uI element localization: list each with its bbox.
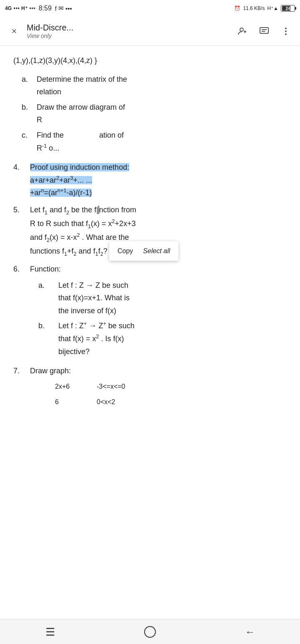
facebook-icon: f	[55, 5, 57, 12]
signal-bars-icon: ⦁⦁⦁	[13, 5, 20, 12]
battery-box: 24	[281, 5, 295, 12]
signal-bars2-icon: ⦁⦁⦁	[29, 5, 35, 12]
piecewise-row-2: 6 0<x<2	[55, 396, 125, 408]
status-right: ⏰ 11.6 KB/s H⁺▲ 24	[234, 5, 295, 12]
sub-label-b: b.	[22, 101, 32, 126]
select-all-menu-item[interactable]: Select all	[143, 245, 170, 257]
message-icon: ✉	[58, 5, 64, 12]
document-content: (1,y),(1,z)(3,y)(4,x),(4,z) } a. Determi…	[0, 46, 300, 432]
menu-nav-button[interactable]: ☰	[33, 621, 67, 642]
add-person-button[interactable]	[235, 24, 250, 39]
list-num-6: 6.	[13, 263, 25, 360]
list-text-4: Proof using induction method:a+ar+ar2+ar…	[30, 161, 129, 199]
function-sub-b: b. Let f : Z+ → Z+ be such that f(x) = x…	[38, 319, 135, 358]
function-sub-label-a: a.	[38, 279, 53, 317]
home-circle-icon	[144, 626, 156, 638]
list-num-5: 5.	[13, 204, 25, 259]
app-title-section: Mid-Discre... View only	[27, 23, 230, 39]
speed-display: 11.6 KB/s	[243, 5, 265, 11]
sub-label-c: c.	[22, 129, 32, 154]
sub-text-c: Find the ation ofR-1 o...	[37, 129, 124, 154]
piecewise-cond-1: -3<=x<=0	[97, 381, 125, 392]
function-sub-list: a. Let f : Z → Z be such that f(x)=x+1. …	[38, 279, 135, 358]
sub-list-abc: a. Determine the matrix of therelation b…	[22, 73, 287, 155]
dots-icon: •••	[65, 5, 72, 12]
list-item-6: 6. Function: a. Let f : Z → Z be such th…	[13, 263, 287, 360]
sub-item-a: a. Determine the matrix of therelation	[22, 73, 287, 98]
signal-4g-icon: 4G	[5, 5, 12, 11]
context-menu[interactable]: Copy Select all	[109, 241, 178, 261]
svg-point-9	[145, 626, 155, 637]
sub-label-a: a.	[22, 73, 32, 98]
nav-bar: ☰ ←	[0, 619, 300, 644]
sub-text-a: Determine the matrix of therelation	[37, 73, 127, 98]
function-sub-text-a: Let f : Z → Z be such that f(x)=x+1. Wha…	[58, 279, 130, 317]
back-nav-button[interactable]: ←	[233, 621, 267, 642]
sub-item-c: c. Find the ation ofR-1 o...	[22, 129, 287, 154]
piecewise-val-2: 6	[55, 396, 80, 408]
intro-line: (1,y),(1,z)(3,y)(4,x),(4,z) }	[13, 54, 287, 67]
list-num-4: 4.	[13, 161, 25, 199]
list-content-7: Draw graph: 2x+6 -3<=x<=0 6 0<x<2	[30, 365, 125, 411]
sub-item-b: b. Draw the arrow diagram ofR	[22, 101, 287, 126]
function-label: Function:	[30, 265, 61, 273]
svg-point-0	[240, 28, 243, 31]
function-sub-label-b: b.	[38, 319, 53, 358]
function-sub-a: a. Let f : Z → Z be such that f(x)=x+1. …	[38, 279, 135, 317]
piecewise-val-1: 2x+6	[55, 381, 80, 392]
copy-menu-item[interactable]: Copy	[118, 245, 133, 257]
back-arrow-icon: ←	[245, 626, 255, 638]
draw-graph-label: Draw graph:	[30, 367, 71, 375]
sub-text-b: Draw the arrow diagram ofR	[37, 101, 125, 126]
list-content-6: Function: a. Let f : Z → Z be such that …	[30, 263, 135, 360]
app-bar: × Mid-Discre... View only	[0, 17, 300, 46]
piecewise-function: 2x+6 -3<=x<=0 6 0<x<2	[55, 381, 125, 408]
svg-point-6	[285, 28, 287, 29]
battery-level: 24	[285, 6, 290, 11]
function-sub-text-b: Let f : Z+ → Z+ be such that f(x) = x2 .…	[58, 319, 135, 358]
home-nav-button[interactable]	[133, 621, 167, 642]
piecewise-row-1: 2x+6 -3<=x<=0	[55, 381, 125, 392]
highlighted-text-4: Proof using induction method:a+ar+ar2+ar…	[30, 163, 129, 197]
alarm-icon: ⏰	[234, 5, 240, 11]
svg-rect-3	[260, 28, 268, 33]
svg-point-8	[285, 33, 287, 35]
app-bar-actions	[235, 24, 293, 39]
list-item-7: 7. Draw graph: 2x+6 -3<=x<=0 6 0<x<2	[13, 365, 287, 411]
more-options-button[interactable]	[278, 24, 293, 39]
status-bar: 4G ⦁⦁⦁ H⁺ ⦁⦁⦁ 8:59 f ✉ ••• ⏰ 11.6 KB/s H…	[0, 0, 300, 17]
status-left: 4G ⦁⦁⦁ H⁺ ⦁⦁⦁ 8:59 f ✉ •••	[5, 5, 72, 12]
close-button[interactable]: ×	[7, 24, 22, 39]
svg-point-7	[285, 30, 287, 32]
time-display: 8:59	[39, 5, 52, 12]
list-num-7: 7.	[13, 365, 25, 411]
menu-icon: ☰	[45, 626, 55, 637]
comment-button[interactable]	[257, 24, 272, 39]
list-item-4: 4. Proof using induction method:a+ar+ar2…	[13, 161, 287, 199]
signal-strength-icon: H⁺▲	[267, 5, 278, 11]
piecewise-cond-2: 0<x<2	[97, 396, 115, 408]
view-mode-label: View only	[27, 33, 230, 39]
document-title: Mid-Discre...	[27, 23, 230, 33]
signal-h-icon: H⁺	[21, 5, 28, 11]
